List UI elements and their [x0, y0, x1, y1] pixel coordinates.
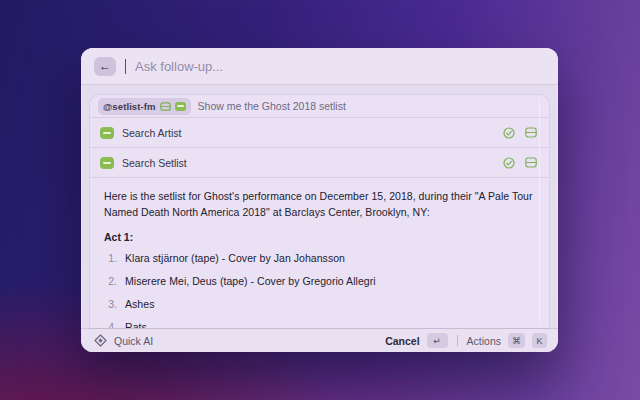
mention-label: @setlist-fm	[103, 101, 156, 112]
setlist-fm-logo-icon	[100, 127, 114, 139]
conversation-area: @setlist-fm Show me the Ghost 2018 setli…	[81, 85, 558, 328]
check-circle-icon	[503, 127, 515, 139]
song-title: Rats	[125, 322, 147, 328]
followup-input[interactable]	[135, 59, 545, 74]
song-number: 2.	[104, 276, 117, 287]
song-title: Ashes	[125, 299, 154, 310]
song-number: 1.	[104, 253, 117, 264]
step-label: Search Artist	[122, 127, 495, 139]
mode-indicator: Quick AI	[94, 334, 153, 347]
ai-response: Here is the setlist for Ghost's performa…	[90, 178, 549, 328]
footer-divider	[457, 335, 458, 346]
step-status	[503, 127, 539, 139]
quick-ai-diamond-icon	[94, 334, 107, 347]
list-item: 3. Ashes	[104, 299, 535, 310]
query-row: @setlist-fm Show me the Ghost 2018 setli…	[90, 95, 549, 118]
setlist-fm-mention-chip[interactable]: @setlist-fm	[98, 98, 191, 115]
check-circle-icon	[503, 157, 515, 169]
list-item: 4. Rats	[104, 322, 535, 328]
quick-ai-window: ← @setlist-fm Show me the Ghost 2018 s	[81, 48, 558, 352]
back-arrow-icon: ←	[99, 59, 111, 73]
step-status	[503, 157, 539, 169]
drive-icon	[525, 157, 537, 168]
step-row-search-artist[interactable]: Search Artist	[90, 118, 549, 148]
drive-icon	[525, 127, 537, 138]
list-item: 1. Klara stjärnor (tape) - Cover by Jan …	[104, 253, 535, 264]
cancel-button[interactable]: Cancel	[385, 335, 419, 347]
header: ←	[81, 48, 558, 85]
list-item: 2. Miserere Mei, Deus (tape) - Cover by …	[104, 276, 535, 287]
setlist-fm-logo-icon	[100, 157, 114, 169]
conversation-card: @setlist-fm Show me the Ghost 2018 setli…	[90, 95, 549, 328]
response-intro: Here is the setlist for Ghost's performa…	[104, 188, 535, 220]
step-row-search-setlist[interactable]: Search Setlist	[90, 148, 549, 178]
back-button[interactable]: ←	[94, 57, 116, 76]
footer-bar: Quick AI Cancel ↵ Actions ⌘ K	[81, 328, 558, 352]
setlist-fm-logo-icon	[175, 102, 186, 111]
return-keycap: ↵	[427, 333, 448, 348]
desktop-background: ← @setlist-fm Show me the Ghost 2018 s	[0, 0, 640, 400]
song-title: Klara stjärnor (tape) - Cover by Jan Joh…	[125, 253, 345, 264]
step-label: Search Setlist	[122, 157, 495, 169]
song-number: 4.	[104, 322, 117, 328]
song-title: Miserere Mei, Deus (tape) - Cover by Gre…	[125, 276, 376, 287]
song-number: 3.	[104, 299, 117, 310]
k-keycap: K	[532, 333, 547, 348]
actions-button[interactable]: Actions	[467, 335, 501, 347]
mode-label: Quick AI	[114, 335, 153, 347]
cmd-keycap: ⌘	[508, 333, 525, 348]
query-text: Show me the Ghost 2018 setlist	[198, 100, 346, 112]
song-list: 1. Klara stjärnor (tape) - Cover by Jan …	[104, 253, 535, 328]
list-outline-icon	[160, 102, 171, 111]
text-caret	[125, 59, 126, 74]
act-heading: Act 1:	[104, 231, 535, 243]
